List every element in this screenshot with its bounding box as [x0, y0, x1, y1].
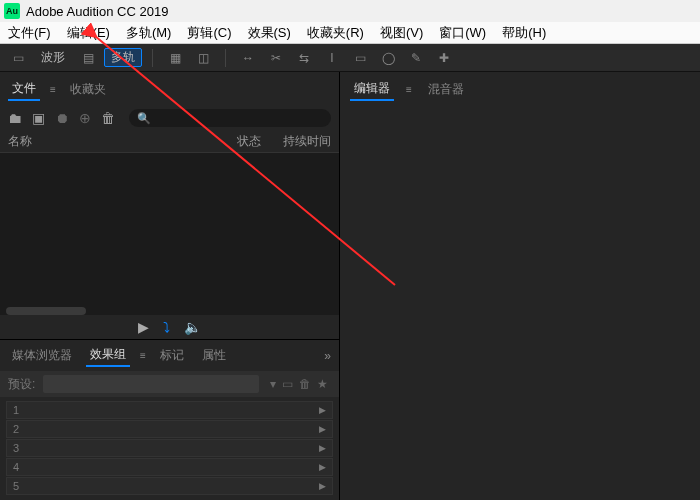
tool-heal-icon[interactable]: ✚: [432, 48, 456, 68]
lower-panel: 媒体浏览器 效果组 ≡ 标记 属性 » 预设: ▾ ▭ 🗑 ★ 1▶ 2▶ 3▶…: [0, 339, 339, 500]
chevron-down-icon[interactable]: ▾: [270, 377, 276, 391]
files-column-header: 名称 状态 持续时间: [0, 131, 339, 153]
tab-menu-icon[interactable]: ≡: [50, 84, 56, 95]
menu-help[interactable]: 帮助(H): [494, 24, 554, 42]
loop-audio-icon[interactable]: 🔈: [184, 319, 201, 335]
col-status[interactable]: 状态: [191, 133, 261, 150]
app-icon: Au: [4, 3, 20, 19]
horizontal-scrollbar[interactable]: [6, 307, 86, 315]
tab-properties[interactable]: 属性: [198, 345, 230, 366]
insert-icon[interactable]: ⊕: [79, 110, 91, 126]
waveform-icon[interactable]: ▭: [6, 48, 30, 68]
tool-spectral-icon[interactable]: ▦: [163, 48, 187, 68]
fx-slot[interactable]: 2▶: [6, 420, 333, 438]
menu-multitrack[interactable]: 多轨(M): [118, 24, 180, 42]
menu-favorites[interactable]: 收藏夹(R): [299, 24, 372, 42]
tool-razor-icon[interactable]: ✂: [264, 48, 288, 68]
fx-slot[interactable]: 3▶: [6, 439, 333, 457]
files-list[interactable]: [0, 153, 339, 315]
chevron-right-icon: ▶: [319, 462, 326, 472]
multitrack-mode[interactable]: 多轨: [104, 48, 142, 67]
chevron-right-icon: ▶: [319, 443, 326, 453]
tab-mixer[interactable]: 混音器: [424, 79, 468, 100]
tab-menu-icon[interactable]: ≡: [406, 84, 412, 95]
tool-slip-icon[interactable]: ⇆: [292, 48, 316, 68]
tool-pitch-icon[interactable]: ◫: [191, 48, 215, 68]
open-folder-icon[interactable]: 🖿: [8, 110, 22, 126]
tool-marquee-icon[interactable]: ▭: [348, 48, 372, 68]
fx-slot[interactable]: 5▶: [6, 477, 333, 495]
search-input[interactable]: [151, 112, 323, 124]
preview-transport: ▶ ⤵ 🔈: [0, 315, 339, 339]
tab-files[interactable]: 文件: [8, 78, 40, 101]
fx-slot[interactable]: 4▶: [6, 458, 333, 476]
new-file-icon[interactable]: ▣: [32, 110, 45, 126]
lower-panel-tabs: 媒体浏览器 效果组 ≡ 标记 属性 »: [0, 340, 339, 371]
more-tabs-icon[interactable]: »: [324, 349, 331, 363]
separator: [225, 49, 226, 67]
editor-panel-tabs: 编辑器 ≡ 混音器: [340, 72, 700, 107]
chevron-right-icon: ▶: [319, 405, 326, 415]
separator: [152, 49, 153, 67]
mode-toolbar: ▭ 波形 ▤ 多轨 ▦ ◫ ↔ ✂ ⇆ I ▭ ◯ ✎ ✚: [0, 44, 700, 72]
waveform-mode[interactable]: 波形: [34, 48, 72, 67]
multitrack-icon[interactable]: ▤: [76, 48, 100, 68]
fx-slot[interactable]: 1▶: [6, 401, 333, 419]
record-icon[interactable]: ⏺: [55, 110, 69, 126]
tool-lasso-icon[interactable]: ◯: [376, 48, 400, 68]
files-toolbar: 🖿 ▣ ⏺ ⊕ 🗑 🔍: [0, 105, 339, 131]
chevron-right-icon: ▶: [319, 481, 326, 491]
delete-icon[interactable]: 🗑: [101, 110, 115, 126]
tab-menu-icon[interactable]: ≡: [140, 350, 146, 361]
menu-bar: 文件(F) 编辑(E) 多轨(M) 剪辑(C) 效果(S) 收藏夹(R) 视图(…: [0, 22, 700, 44]
search-field[interactable]: 🔍: [129, 109, 331, 127]
menu-effects[interactable]: 效果(S): [240, 24, 299, 42]
tool-time-icon[interactable]: I: [320, 48, 344, 68]
app-title: Adobe Audition CC 2019: [26, 4, 168, 19]
preset-row: 预设: ▾ ▭ 🗑 ★: [0, 371, 339, 397]
play-icon[interactable]: ▶: [138, 319, 149, 335]
tab-markers[interactable]: 标记: [156, 345, 188, 366]
col-name[interactable]: 名称: [8, 133, 191, 150]
favorite-icon[interactable]: ★: [317, 377, 328, 391]
tab-media-browser[interactable]: 媒体浏览器: [8, 345, 76, 366]
menu-clip[interactable]: 剪辑(C): [179, 24, 239, 42]
menu-edit[interactable]: 编辑(E): [59, 24, 118, 42]
preset-label: 预设:: [8, 376, 35, 393]
delete-preset-icon[interactable]: 🗑: [299, 377, 311, 391]
right-column: 编辑器 ≡ 混音器: [340, 72, 700, 500]
menu-file[interactable]: 文件(F): [0, 24, 59, 42]
menu-window[interactable]: 窗口(W): [431, 24, 494, 42]
preset-select[interactable]: [43, 375, 259, 393]
tool-move-icon[interactable]: ↔: [236, 48, 260, 68]
effects-slots: 1▶ 2▶ 3▶ 4▶ 5▶: [0, 397, 339, 500]
import-icon[interactable]: ⤵: [163, 319, 170, 335]
tab-favorites[interactable]: 收藏夹: [66, 79, 110, 100]
left-column: 文件 ≡ 收藏夹 🖿 ▣ ⏺ ⊕ 🗑 🔍 名称 状态 持续时间: [0, 72, 340, 500]
tab-effects-rack[interactable]: 效果组: [86, 344, 130, 367]
save-preset-icon[interactable]: ▭: [282, 377, 293, 391]
col-duration[interactable]: 持续时间: [261, 133, 331, 150]
main-area: 文件 ≡ 收藏夹 🖿 ▣ ⏺ ⊕ 🗑 🔍 名称 状态 持续时间: [0, 72, 700, 500]
files-panel: 文件 ≡ 收藏夹 🖿 ▣ ⏺ ⊕ 🗑 🔍 名称 状态 持续时间: [0, 72, 339, 339]
tab-editor[interactable]: 编辑器: [350, 78, 394, 101]
chevron-right-icon: ▶: [319, 424, 326, 434]
title-bar: Au Adobe Audition CC 2019: [0, 0, 700, 22]
menu-view[interactable]: 视图(V): [372, 24, 431, 42]
files-panel-tabs: 文件 ≡ 收藏夹: [0, 72, 339, 105]
search-icon: 🔍: [137, 112, 151, 125]
tool-brush-icon[interactable]: ✎: [404, 48, 428, 68]
